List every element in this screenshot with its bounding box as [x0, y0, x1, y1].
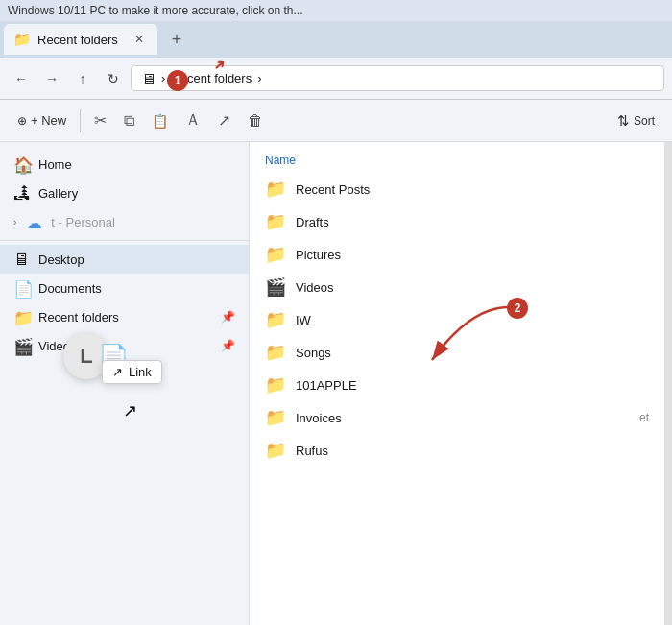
file-list-column-name: Name	[250, 150, 664, 173]
tab-bar: 📁 Recent folders ✕ + 1 ➔	[0, 21, 672, 58]
path-chevron-1: ›	[161, 71, 165, 85]
file-label-101apple: 101APPLE	[296, 378, 357, 393]
address-path[interactable]: 🖥 › Recent folders ›	[131, 65, 664, 91]
path-chevron-2: ›	[257, 71, 261, 85]
back-button[interactable]: ←	[8, 65, 35, 92]
sidebar-home-label: Home	[38, 157, 72, 172]
folder-icon-songs: 📁	[265, 342, 286, 363]
sidebar-item-personal[interactable]: › ☁ t - Personal	[0, 207, 249, 236]
up-button[interactable]: ↑	[69, 65, 96, 92]
forward-button[interactable]: →	[38, 65, 65, 92]
paste-icon: 📋	[152, 113, 168, 129]
tab-label: Recent folders	[37, 33, 118, 47]
file-item-drafts[interactable]: 📁 Drafts	[250, 205, 664, 238]
folder-icon-videos: 🎬	[265, 276, 286, 298]
rename-button[interactable]: Ａ	[178, 107, 208, 134]
sidebar-item-recent-folders[interactable]: 📁 Recent folders 📌	[0, 302, 249, 331]
folder-icon-recent-posts: 📁	[265, 179, 286, 200]
file-item-pictures[interactable]: 📁 Pictures	[250, 238, 664, 271]
file-item-recent-posts[interactable]: 📁 Recent Posts	[250, 173, 664, 205]
file-item-iw[interactable]: 📁 IW	[250, 303, 664, 336]
paste-button[interactable]: 📋	[144, 109, 176, 132]
sidebar-item-gallery[interactable]: 🏞 Gallery	[0, 179, 249, 207]
file-label-rufus: Rufus	[296, 444, 328, 458]
pin-icon-videos: 📌	[221, 339, 235, 352]
file-label-pictures: Pictures	[296, 248, 341, 262]
videos-sidebar-icon: 🎬	[13, 337, 31, 354]
new-label: + New	[31, 113, 66, 128]
folder-icon-rufus: 📁	[265, 440, 286, 461]
tab-close-button[interactable]: ✕	[131, 31, 148, 48]
monitor-icon: 🖥	[141, 70, 156, 86]
badge-1: 1	[167, 70, 188, 91]
tab-folder-icon: 📁	[13, 31, 32, 48]
new-button[interactable]: ⊕ + New	[10, 109, 74, 132]
new-plus-icon: ⊕	[17, 114, 27, 128]
file-label-videos: Videos	[296, 280, 334, 295]
sort-button[interactable]: ⇅ Sort	[610, 108, 662, 133]
file-item-songs[interactable]: 📁 Songs	[250, 336, 664, 369]
scrollbar[interactable]	[664, 142, 672, 625]
refresh-button[interactable]: ↻	[100, 65, 127, 92]
file-label-invoices: Invoices	[296, 411, 342, 425]
main-content: 🏠 Home 🏞 Gallery › ☁ t - Personal 🖥 Desk…	[0, 142, 672, 625]
rename-icon: Ａ	[185, 110, 201, 131]
active-tab[interactable]: 📁 Recent folders ✕	[4, 24, 157, 55]
file-item-videos[interactable]: 🎬 Videos 2	[250, 271, 664, 303]
gallery-icon: 🏞	[13, 184, 31, 202]
sidebar-item-documents[interactable]: 📄 Documents	[0, 274, 249, 302]
sidebar-item-desktop[interactable]: 🖥 Desktop	[0, 245, 249, 274]
sidebar: 🏠 Home 🏞 Gallery › ☁ t - Personal 🖥 Desk…	[0, 142, 250, 625]
file-label-songs: Songs	[296, 346, 331, 360]
delete-icon: 🗑	[248, 112, 263, 130]
instruction-text: Windows 10/11 PC to make it more accurat…	[8, 4, 302, 17]
file-item-101apple[interactable]: 📁 101APPLE	[250, 369, 664, 401]
sidebar-desktop-label: Desktop	[38, 252, 84, 267]
toolbar-separator-1	[80, 109, 81, 132]
sidebar-gallery-label: Gallery	[38, 186, 78, 201]
link-tooltip-label: Link	[129, 365, 152, 379]
cursor-icon: ↗	[123, 400, 137, 421]
copy-button[interactable]: ⧉	[116, 108, 142, 133]
copy-icon: ⧉	[124, 112, 134, 130]
share-icon: ↗	[218, 111, 230, 130]
folder-icon-invoices: 📁	[265, 407, 286, 428]
file-label-iw: IW	[296, 313, 311, 327]
sidebar-divider-1	[0, 240, 249, 241]
instruction-bar: Windows 10/11 PC to make it more accurat…	[0, 0, 672, 21]
invoices-suffix: et	[639, 411, 649, 424]
share-button[interactable]: ↗	[210, 108, 238, 133]
folder-icon-iw: 📁	[265, 309, 286, 330]
desktop-icon: 🖥	[13, 251, 31, 268]
link-external-icon: ↗	[112, 365, 123, 379]
pin-icon-recent-folders: 📌	[221, 310, 235, 324]
file-item-rufus[interactable]: 📁 Rufus	[250, 434, 664, 467]
sort-icon: ⇅	[617, 112, 630, 130]
link-tooltip: ↗ Link	[102, 360, 162, 384]
sort-label: Sort	[634, 114, 655, 128]
file-list: Name 📁 Recent Posts 📁 Drafts 📁 Pictures …	[250, 142, 664, 625]
sidebar-personal-label: t - Personal	[51, 215, 114, 229]
cut-icon: ✂	[94, 111, 107, 130]
file-label-drafts: Drafts	[296, 215, 329, 229]
new-tab-button[interactable]: +	[161, 24, 192, 55]
documents-icon: 📄	[13, 279, 31, 297]
sidebar-item-home[interactable]: 🏠 Home	[0, 150, 249, 179]
folder-icon-drafts: 📁	[265, 211, 286, 232]
folder-icon-101apple: 📁	[265, 374, 286, 396]
recent-folders-icon: 📁	[13, 308, 31, 325]
file-label-recent-posts: Recent Posts	[296, 182, 370, 197]
cut-button[interactable]: ✂	[86, 108, 114, 133]
cloud-icon: ☁	[26, 213, 43, 230]
delete-button[interactable]: 🗑	[240, 108, 271, 133]
folder-icon-pictures: 📁	[265, 244, 286, 265]
address-bar: ← → ↑ ↻ 🖥 › Recent folders ›	[0, 58, 672, 100]
toolbar: ⊕ + New ✂ ⧉ 📋 Ａ ↗ 🗑 ⇅ Sort	[0, 100, 672, 142]
expand-personal-icon: ›	[13, 217, 16, 228]
file-item-invoices[interactable]: 📁 Invoices et	[250, 401, 664, 434]
home-icon: 🏠	[13, 156, 31, 173]
sidebar-documents-label: Documents	[38, 281, 102, 296]
sidebar-recent-folders-label: Recent folders	[38, 310, 119, 325]
